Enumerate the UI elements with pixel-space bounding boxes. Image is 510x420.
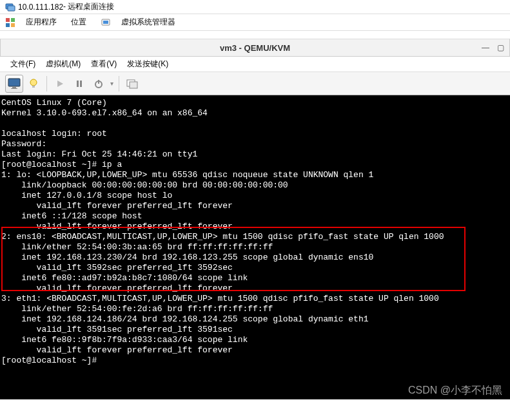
menu-vmm[interactable]: 虚拟系统管理器 [117, 15, 179, 29]
vm-window-title: vm3 - QEMU/KVM [220, 43, 290, 53]
play-button[interactable] [51, 75, 69, 93]
svg-rect-10 [11, 88, 17, 89]
vm-menu-send[interactable]: 发送按键(K) [122, 57, 173, 71]
terminal-line: valid_lft forever preferred_lft forever [1, 345, 509, 356]
rdp-title-ip: 10.0.111.182 [18, 3, 63, 12]
terminal-line: [root@localhost ~]# ip a [1, 160, 509, 170]
terminal-line: inet6 fe80::9f8b:7f9a:d933:caa3/64 scope… [1, 335, 509, 345]
terminal-line: valid_lft 3591sec preferred_lft 3591sec [1, 325, 509, 335]
rdp-title-suffix: - 远程桌面连接 [63, 1, 114, 12]
vm-menu-file[interactable]: 文件(F) [5, 57, 41, 71]
terminal-line: link/ether 52:54:00:3b:aa:65 brd ff:ff:f… [1, 242, 509, 253]
menu-apps[interactable]: 应用程序 [22, 15, 61, 29]
svg-rect-4 [6, 23, 10, 27]
minimize-button[interactable]: — [482, 43, 489, 52]
terminal-output[interactable]: CentOS Linux 7 (Core)Kernel 3.10.0-693.e… [0, 95, 510, 399]
terminal-line: valid_lft forever preferred_lft forever [1, 222, 509, 232]
terminal-line: link/ether 52:54:00:fe:2d:a6 brd ff:ff:f… [1, 304, 509, 314]
vm-toolbar: ▾ [0, 72, 510, 95]
svg-rect-9 [12, 87, 16, 88]
terminal-line: 1: lo: <LOOPBACK,UP,LOWER_UP> mtu 65536 … [1, 170, 509, 180]
terminal-line: inet6 ::1/128 scope host [1, 211, 509, 222]
toolbar-separator [46, 76, 47, 91]
svg-rect-1 [8, 6, 15, 11]
svg-rect-14 [77, 81, 79, 87]
svg-point-11 [30, 79, 37, 86]
rdp-titlebar: 10.0.111.182 - 远程桌面连接 [0, 0, 510, 14]
svg-marker-13 [57, 81, 63, 87]
svg-rect-3 [11, 18, 15, 22]
terminal-line: valid_lft forever preferred_lft forever [1, 283, 509, 294]
terminal-line: valid_lft 3592sec preferred_lft 3592sec [1, 263, 509, 273]
vm-menu-vm[interactable]: 虚拟机(M) [41, 57, 86, 71]
terminal-line: inet 127.0.0.1/8 scope host lo [1, 191, 509, 201]
menu-location[interactable]: 位置 [67, 15, 90, 29]
apps-icon [5, 17, 15, 28]
terminal-line: Password: [1, 139, 509, 149]
terminal-line: 2: ens10: <BROADCAST,MULTICAST,UP,LOWER_… [1, 232, 509, 242]
terminal-line: link/loopback 00:00:00:00:00:00 brd 00:0… [1, 180, 509, 191]
svg-rect-7 [103, 21, 108, 24]
terminal-line: 3: eth1: <BROADCAST,MULTICAST,UP,LOWER_U… [1, 294, 509, 304]
maximize-button[interactable]: ▢ [497, 43, 504, 52]
dropdown-icon[interactable]: ▾ [109, 80, 115, 87]
stop-button[interactable] [90, 75, 108, 93]
vm-menu-view[interactable]: 查看(V) [86, 57, 122, 71]
terminal-line: CentOS Linux 7 (Core) [1, 98, 509, 108]
host-menubar: 应用程序 位置 虚拟系统管理器 [0, 14, 510, 31]
vm-window-titlebar: vm3 - QEMU/KVM — ▢ [0, 39, 510, 57]
terminal-line: valid_lft forever preferred_lft forever [1, 201, 509, 211]
svg-rect-2 [6, 18, 10, 22]
snapshot-icon [126, 79, 138, 89]
terminal-line: Last login: Fri Oct 25 14:46:21 on tty1 [1, 149, 509, 160]
terminal-line: inet 192.168.124.186/24 brd 192.168.124.… [1, 314, 509, 325]
monitor-icon [8, 78, 21, 90]
snapshot-button[interactable] [123, 75, 141, 93]
svg-rect-5 [11, 23, 15, 27]
svg-rect-12 [32, 86, 35, 88]
svg-rect-19 [130, 82, 137, 88]
terminal-line: inet 192.168.123.230/24 brd 192.168.123.… [1, 253, 509, 263]
bulb-icon [28, 78, 39, 90]
toolbar-separator-2 [119, 76, 119, 91]
info-button[interactable] [25, 75, 43, 93]
terminal-line: inet6 fe80::ad97:b92a:b8c7:1080/64 scope… [1, 273, 509, 283]
svg-rect-8 [8, 79, 20, 86]
power-icon [94, 79, 103, 88]
svg-rect-15 [80, 81, 82, 87]
terminal-line: localhost login: root [1, 129, 509, 139]
terminal-line: Kernel 3.10.0-693.el7.x86_64 on an x86_6… [1, 108, 509, 119]
pause-button[interactable] [70, 75, 88, 93]
console-button[interactable] [5, 75, 23, 93]
vm-menubar: 文件(F) 虚拟机(M) 查看(V) 发送按键(K) [0, 57, 510, 72]
pause-icon [75, 79, 84, 88]
terminal-line [1, 119, 509, 129]
rdp-icon [5, 2, 15, 12]
vmm-icon [101, 17, 111, 28]
watermark-text: CSDN @小李不怕黑 [408, 385, 502, 396]
terminal-line: [root@localhost ~]# [1, 356, 509, 366]
play-icon [55, 79, 64, 88]
